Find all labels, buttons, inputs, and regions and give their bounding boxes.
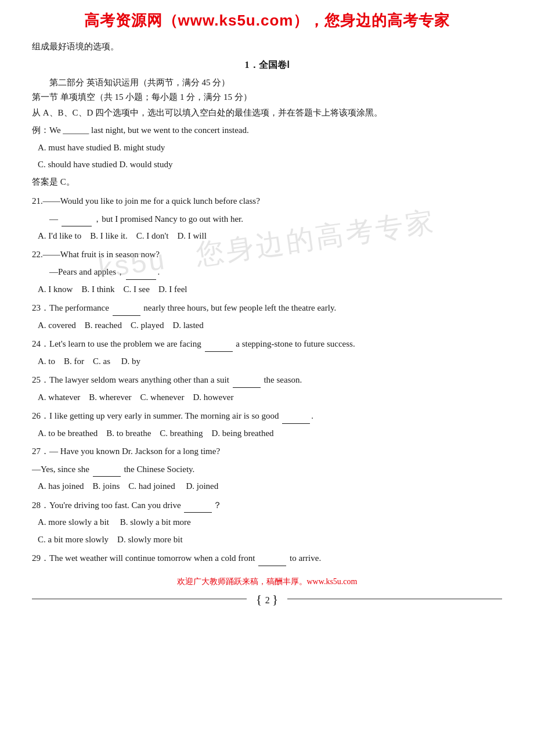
brace-left: { xyxy=(256,592,265,606)
question-22: 22.——What fruit is in season now? —Pears… xyxy=(32,247,502,297)
q26-options: A. to be breathed B. to breathe C. breat… xyxy=(32,426,502,441)
q23-options: A. covered B. reached C. played D. laste… xyxy=(32,318,502,333)
section1-title: 第一节 单项填空（共 15 小题；每小题 1 分，满分 15 分） xyxy=(32,92,502,103)
q22-line2: —Pears and apples， . xyxy=(32,264,502,280)
footer-page-number: { 2 } xyxy=(247,592,288,607)
question-23: 23．The performance nearly three hours, b… xyxy=(32,300,502,333)
q21-options: A. I'd like to B. I like it. C. I don't … xyxy=(32,229,502,244)
example-block: 例：We ______ last night, but we went to t… xyxy=(32,123,502,189)
q29-line1: 29．The wet weather will continue tomorro… xyxy=(32,550,502,566)
page-title: 高考资源网（www.ks5u.com），您身边的高考专家 xyxy=(32,10,502,31)
question-27: 27．— Have you known Dr. Jackson for a lo… xyxy=(32,444,502,494)
section-title: 1．全国卷Ⅰ xyxy=(32,59,502,71)
instruction-text: 从 A、B、C、D 四个选项中，选出可以填入空白处的最佳选项，并在答题卡上将该项… xyxy=(32,107,502,118)
question-28: 28．You're driving too fast. Can you driv… xyxy=(32,498,502,548)
intro-line: 组成最好语境的选项。 xyxy=(32,41,502,52)
q27-options: A. has joined B. joins C. had joined D. … xyxy=(32,479,502,494)
footer-promo: 欢迎广大教师踊跃来稿，稿酬丰厚。www.ks5u.com xyxy=(32,577,502,587)
q21-line1: 21.——Would you like to join me for a qui… xyxy=(32,194,502,209)
question-29: 29．The wet weather will continue tomorro… xyxy=(32,550,502,566)
brace-right: } xyxy=(272,592,279,606)
q25-options: A. whatever B. wherever C. whenever D. h… xyxy=(32,390,502,405)
footer-rule-left xyxy=(32,599,247,599)
example-options-2: C. should have studied D. would study xyxy=(32,157,502,172)
question-24: 24．Let's learn to use the problem we are… xyxy=(32,336,502,369)
q21-line2: — ，but I promised Nancy to go out with h… xyxy=(32,211,502,227)
example-answer: 答案是 C。 xyxy=(32,175,502,190)
q22-options: A. I know B. I think C. I see D. I feel xyxy=(32,282,502,297)
q28-options-2: C. a bit more slowly D. slowly more bit xyxy=(32,532,502,548)
page-wrapper: 高考资源网（www.ks5u.com），您身边的高考专家 组成最好语境的选项。 … xyxy=(0,0,534,756)
q27-line2: —Yes, since she the Chinese Society. xyxy=(32,462,502,477)
part2-label: 第二部分 英语知识运用（共两节，满分 45 分） xyxy=(32,77,502,88)
q28-line1: 28．You're driving too fast. Can you driv… xyxy=(32,498,502,513)
example-question: 例：We ______ last night, but we went to t… xyxy=(32,123,502,138)
question-26: 26．I like getting up very early in summe… xyxy=(32,408,502,441)
q28-options-1: A. more slowly a bit B. slowly a bit mor… xyxy=(32,515,502,530)
q23-line1: 23．The performance nearly three hours, b… xyxy=(32,300,502,316)
q24-line1: 24．Let's learn to use the problem we are… xyxy=(32,336,502,352)
q22-line1: 22.——What fruit is in season now? xyxy=(32,247,502,262)
question-25: 25．The lawyer seldom wears anything othe… xyxy=(32,372,502,405)
example-options-1: A. must have studied B. might study xyxy=(32,141,502,156)
q27-line1: 27．— Have you known Dr. Jackson for a lo… xyxy=(32,444,502,459)
q24-options: A. to B. for C. as D. by xyxy=(32,354,502,369)
q25-line1: 25．The lawyer seldom wears anything othe… xyxy=(32,372,502,388)
footer-rule-right xyxy=(287,599,502,599)
footer-pagination: { 2 } xyxy=(32,592,502,607)
q26-line1: 26．I like getting up very early in summe… xyxy=(32,408,502,424)
question-21: 21.——Would you like to join me for a qui… xyxy=(32,194,502,244)
